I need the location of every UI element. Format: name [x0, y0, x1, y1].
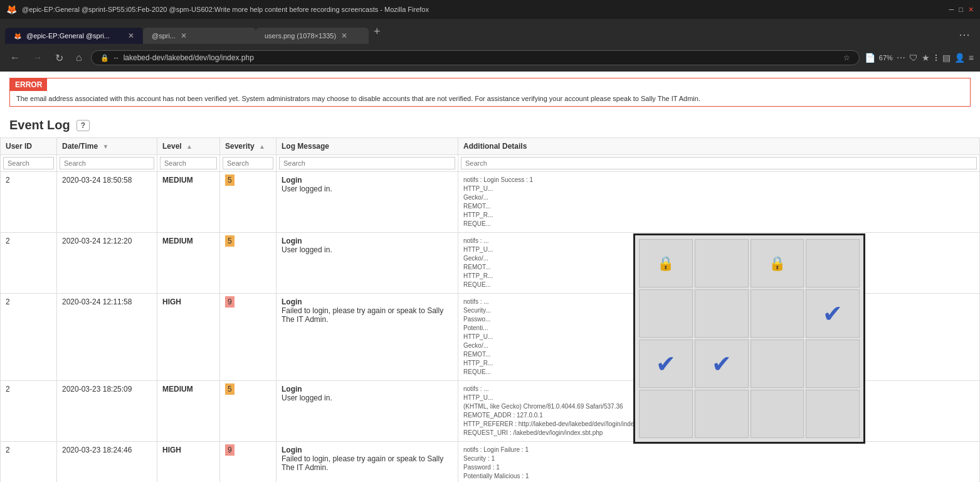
cell-logmsg: LoginFailed to login, please try again o… — [277, 294, 458, 381]
error-label: ERROR — [10, 78, 47, 91]
cell-severity: 5 — [220, 381, 277, 442]
table-row: 2 2020-03-24 18:50:58 MEDIUM 5 LoginUser… — [1, 172, 980, 233]
overlay-panel: 🔒 🔒 ✔ ✔ ✔ — [633, 233, 865, 444]
search-input-logmsg[interactable] — [279, 157, 455, 169]
cell-logmsg: LoginUser logged in. — [277, 172, 458, 233]
search-row — [1, 155, 980, 172]
page-title: Event Log — [9, 118, 70, 132]
hamburger-menu[interactable]: ≡ — [969, 53, 974, 63]
forward-button[interactable]: → — [29, 50, 46, 66]
search-input-datetime[interactable] — [60, 157, 154, 169]
overlay-cell-r4c3 — [751, 390, 804, 438]
cell-userid: 2 — [1, 381, 57, 442]
overlay-cell-r3c1: ✔ — [639, 340, 693, 388]
lock-icon: 🔒 — [657, 255, 674, 272]
browser-menu-btn[interactable]: ⋯ — [954, 25, 975, 44]
overlay-cell-r4c1 — [639, 390, 693, 438]
tab-2-close[interactable]: ✕ — [341, 31, 347, 40]
shield-icon[interactable]: 🛡 — [909, 53, 918, 63]
col-header-userid: User ID — [1, 138, 57, 155]
tab-0-label: @epic-EP:General @spri... — [26, 32, 123, 40]
new-tab-button[interactable]: + — [369, 23, 386, 41]
cell-logmsg: LoginUser logged in. — [277, 233, 458, 294]
tab-1-label: @spri... — [152, 32, 176, 40]
cell-level: MEDIUM — [157, 233, 220, 294]
col-header-datetime: Date/Time ▼ — [57, 138, 157, 155]
browser-window: 🦊 @epic-EP:General @sprint-SP55:i05:Feb-… — [0, 0, 980, 482]
tab-0-close[interactable]: ✕ — [128, 31, 134, 40]
reader-icon[interactable]: 📄 — [865, 53, 875, 63]
help-button[interactable]: ? — [76, 120, 90, 131]
table-row: 2 2020-03-23 18:24:46 HIGH 9 LoginFailed… — [1, 442, 980, 483]
cell-level: HIGH — [157, 294, 220, 381]
sidebar-icon[interactable]: ▤ — [942, 53, 951, 63]
overlay-cell-r3c4 — [806, 340, 860, 388]
cell-severity: 9 — [220, 442, 277, 483]
overlay-cell-r2c3 — [751, 289, 804, 338]
home-button[interactable]: ⌂ — [72, 50, 86, 66]
search-input-level[interactable] — [160, 157, 217, 169]
overlay-cell-r1c1: 🔒 — [639, 239, 693, 287]
cell-logmsg: LoginFailed to login, please try again o… — [277, 442, 458, 483]
tab-0[interactable]: 🦊 @epic-EP:General @spri... ✕ — [5, 28, 143, 44]
cell-userid: 2 — [1, 442, 57, 483]
title-bar: 🦊 @epic-EP:General @sprint-SP55:i05:Feb-… — [0, 0, 980, 19]
bookmark-icon[interactable]: ☆ — [843, 53, 850, 62]
tab-2[interactable]: users.png (1078×1335) ✕ — [256, 28, 369, 44]
search-cell-logmsg — [277, 155, 458, 172]
search-input-additional[interactable] — [461, 157, 977, 169]
search-cell-level — [157, 155, 220, 172]
back-button[interactable]: ← — [6, 50, 24, 66]
more-options[interactable]: ⋯ — [897, 53, 905, 63]
col-header-additional: Additional Details — [458, 138, 980, 155]
tab-1-close[interactable]: ✕ — [181, 31, 187, 40]
cell-severity: 5 — [220, 233, 277, 294]
overlay-cell-r1c2 — [695, 239, 749, 287]
sort-icon-severity[interactable]: ▲ — [259, 143, 265, 150]
tab-1[interactable]: @spri... ✕ — [143, 28, 256, 44]
col-header-severity: Severity ▲ — [220, 138, 277, 155]
address-url: lakebed-dev/lakebed/dev/log/index.php — [124, 53, 840, 62]
cell-level: MEDIUM — [157, 381, 220, 442]
overlay-cell-r4c2 — [695, 390, 749, 438]
tab-bar: 🦊 @epic-EP:General @spri... ✕ @spri... ✕… — [0, 19, 980, 44]
overlay-cell-r4c4 — [806, 390, 860, 438]
close-btn[interactable]: ✕ — [968, 6, 974, 14]
tab-2-label: users.png (1078×1335) — [265, 32, 336, 40]
overlay-cell-r3c3 — [751, 340, 804, 388]
cell-userid: 2 — [1, 172, 57, 233]
lock-icon-2: 🔒 — [769, 255, 786, 272]
address-bar[interactable]: 🔒 ↔ lakebed-dev/lakebed/dev/log/index.ph… — [91, 50, 860, 65]
col-header-logmsg: Log Message — [277, 138, 458, 155]
cell-level: MEDIUM — [157, 172, 220, 233]
checkmark-icon-2: ✔ — [656, 350, 676, 378]
cell-datetime: 2020-03-23 18:24:46 — [57, 442, 157, 483]
cell-severity: 5 — [220, 172, 277, 233]
cell-level: HIGH — [157, 442, 220, 483]
checkmark-icon-1: ✔ — [823, 300, 843, 328]
overlay-cell-r2c1 — [639, 289, 693, 338]
search-cell-datetime — [57, 155, 157, 172]
table-header-row: User ID Date/Time ▼ Level ▲ Severity ▲ — [1, 138, 980, 155]
maximize-btn[interactable]: □ — [959, 6, 963, 13]
cell-logmsg: LoginUser logged in. — [277, 381, 458, 442]
overlay-cell-r1c3: 🔒 — [751, 239, 804, 287]
nav-bar: ← → ↻ ⌂ 🔒 ↔ lakebed-dev/lakebed/dev/log/… — [0, 44, 980, 72]
search-input-userid[interactable] — [3, 157, 54, 169]
overlay-cell-r2c2 — [695, 289, 749, 338]
overlay-cell-r2c4: ✔ — [806, 289, 860, 338]
minimize-btn[interactable]: ─ — [949, 6, 954, 13]
sort-icon-level[interactable]: ▲ — [186, 143, 192, 150]
error-banner: ERROR The email address associated with … — [9, 78, 971, 107]
avatar-icon[interactable]: 👤 — [954, 53, 965, 63]
col-header-level: Level ▲ — [157, 138, 220, 155]
nav-icons: 📄 67% ⋯ 🛡 ★ ⫶ ▤ 👤 ≡ — [865, 52, 974, 63]
cell-datetime: 2020-03-24 12:12:20 — [57, 233, 157, 294]
search-input-severity[interactable] — [223, 157, 273, 169]
sort-icon-datetime[interactable]: ▼ — [102, 143, 108, 150]
reload-button[interactable]: ↻ — [51, 50, 67, 67]
overlay-cell-r3c2: ✔ — [695, 340, 749, 388]
cell-severity: 9 — [220, 294, 277, 381]
star-icon[interactable]: ★ — [922, 53, 930, 63]
library-icon[interactable]: ⫶ — [934, 52, 939, 63]
